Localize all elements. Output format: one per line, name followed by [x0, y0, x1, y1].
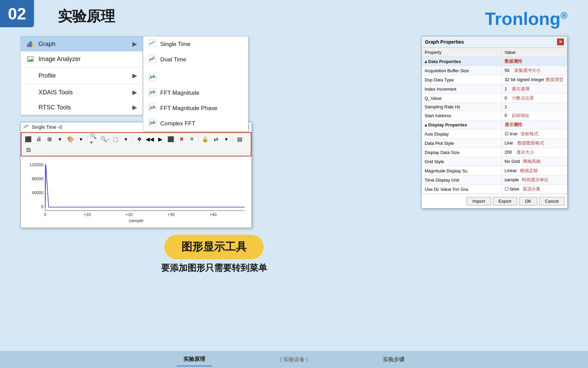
- menu-item-image-analyzer[interactable]: Image Analyzer: [21, 51, 143, 66]
- props-footer: Import Export OK Cancel: [422, 194, 567, 208]
- menu-container: Graph ▶ Image Analyzer: [20, 36, 408, 115]
- submenu: Single Time Dual Time: [143, 36, 248, 132]
- submenu-item-single-time[interactable]: Single Time: [143, 36, 248, 52]
- toolbar-btn-color[interactable]: 🎨: [66, 134, 75, 144]
- submenu-item-fft-magnitude-phase[interactable]: FFT Magnitude: [143, 85, 248, 101]
- svg-text:+40: +40: [210, 212, 217, 217]
- toolbar-btn-dropdown-2[interactable]: ▾: [76, 134, 86, 144]
- row-data-plot-style: Data Plot Style Line 数据图形格式: [422, 139, 567, 148]
- fft-magnitude-phase-icon: [149, 88, 156, 97]
- arrow-icon-profile: ▶: [132, 72, 137, 79]
- graph-window: Single Time -0 ✕ _ □ ⬛ 🖨 ⊞ ▾ 🎨 ▾ 🔍+ 🔍- ⬚: [20, 122, 252, 228]
- toolbar-btn-prev[interactable]: ◀◀: [145, 134, 154, 144]
- page-title: 实验原理: [58, 7, 115, 26]
- row-start-address: Start Address 0 起始地址: [422, 111, 567, 120]
- fft-waterfall-icon: [149, 119, 156, 128]
- menu-item-rtsc[interactable]: RTSC Tools ▶: [21, 100, 143, 115]
- toolbar-btn-zoom-in[interactable]: 🔍+: [89, 134, 99, 144]
- toolbar-btn-1[interactable]: ⬛: [23, 134, 33, 144]
- section-data-properties: ▴ Data Properties 数据属性: [422, 57, 567, 66]
- props-close-button[interactable]: ✕: [557, 39, 564, 45]
- toolbar-btn-dropdown-1[interactable]: ▾: [55, 134, 65, 144]
- arrow-icon-xdais: ▶: [132, 89, 137, 96]
- submenu-label-single-time: Single Time: [160, 41, 191, 48]
- toolbar-btn-3[interactable]: ⊞: [45, 134, 54, 144]
- submenu-item-fft-waterfall[interactable]: Complex FFT: [143, 116, 248, 131]
- menu-item-graph[interactable]: Graph ▶: [21, 36, 143, 51]
- header: 02 实验原理 Tronlong®: [0, 0, 588, 33]
- subtitle: 要添加图形只需要转到菜单: [161, 262, 267, 274]
- export-button[interactable]: Export: [493, 197, 517, 205]
- menu-label-image-analyzer: Image Analyzer: [38, 56, 81, 63]
- toolbar-btn-lock[interactable]: 🔒: [200, 134, 210, 144]
- toolbar-btn-props[interactable]: ▤: [235, 134, 244, 144]
- col-value: Value: [502, 48, 567, 57]
- toolbar-btn-axis[interactable]: ⇄: [211, 134, 220, 144]
- menu-item-profile[interactable]: Profile ▶: [21, 68, 143, 83]
- toolbar-sep-3: [198, 135, 199, 143]
- toolbar-btn-pan[interactable]: ✥: [134, 134, 144, 144]
- nav-item-lab-steps[interactable]: 实验步骤: [376, 353, 411, 366]
- section-display-properties: ▴ Display Properties 显示属性: [422, 120, 567, 129]
- svg-text:0: 0: [41, 204, 44, 209]
- row-sampling-rate: Sampling Rate Hz 1: [422, 103, 567, 111]
- graph-toolbar: ⬛ 🖨 ⊞ ▾ 🎨 ▾ 🔍+ 🔍- ⬚ ▾ ✥ ◀◀ ▶ ⬛ ✖ ≡ 🔒: [21, 132, 251, 156]
- svg-rect-3: [32, 43, 33, 47]
- graph-icon-small: [23, 124, 29, 131]
- row-q-value: Q_Value 0 小数点位置: [422, 94, 567, 103]
- toolbar-btn-play[interactable]: ▶: [156, 134, 165, 144]
- bottom-nav: 实验原理 | 实验设备 | 实验步骤: [0, 351, 588, 368]
- left-menu: Graph ▶ Image Analyzer: [20, 36, 143, 115]
- submenu-item-fft-magnitude[interactable]: [143, 70, 248, 85]
- import-button[interactable]: Import: [467, 197, 491, 205]
- svg-text:120000: 120000: [29, 163, 43, 167]
- menu-label-profile: Profile: [38, 72, 56, 79]
- image-analyzer-icon: [26, 55, 34, 63]
- chart-area: 120000 80000 40000 0 0 +10 +20 +30 +40 s…: [21, 156, 251, 228]
- xdais-icon-placeholder: [26, 88, 34, 96]
- toolbar-btn-dropdown-3[interactable]: ▾: [121, 134, 131, 144]
- row-index-increment: Index Increment 1 索引递增: [422, 85, 567, 94]
- col-property: Property: [422, 48, 502, 57]
- chart-svg: 120000 80000 40000 0 0 +10 +20 +30 +40 s…: [24, 160, 248, 223]
- row-magnitude-display: Magnitude Display Sc. Linear 幅值定标: [422, 166, 567, 175]
- single-time-icon: [149, 40, 156, 49]
- toolbar-btn-zoom-box[interactable]: ⬚: [111, 134, 120, 144]
- toolbar-btn-delete[interactable]: ✖: [177, 134, 186, 144]
- toolbar-btn-dropdown-4[interactable]: ▾: [222, 134, 231, 144]
- svg-marker-6: [27, 58, 33, 61]
- rtsc-icon-placeholder: [26, 103, 34, 111]
- nav-divider: | 实验设备 |: [280, 356, 308, 363]
- toolbar-btn-2[interactable]: 🖨: [34, 134, 44, 144]
- svg-text:80000: 80000: [32, 177, 43, 181]
- nav-item-lab-principle[interactable]: 实验原理: [177, 353, 212, 366]
- dual-time-icon: [149, 55, 156, 64]
- toolbar-sep-4: [233, 135, 233, 143]
- row-display-data-size: Display Data Size 200 显示大小: [422, 148, 567, 157]
- svg-rect-0: [27, 44, 28, 47]
- arrow-icon-graph: ▶: [132, 40, 137, 48]
- graph-icon: [26, 40, 34, 48]
- cancel-button[interactable]: Cancel: [539, 197, 565, 205]
- arrow-icon-rtsc: ▶: [132, 104, 137, 111]
- svg-text:+30: +30: [167, 212, 175, 217]
- toolbar-btn-zoom-out[interactable]: 🔍-: [100, 134, 110, 144]
- svg-point-5: [28, 58, 30, 59]
- menu-label-graph: Graph: [38, 41, 55, 48]
- toolbar-btn-list[interactable]: ≡: [187, 134, 197, 144]
- brand-logo: Tronlong®: [485, 9, 568, 29]
- toolbar-btn-stop[interactable]: ⬛: [166, 134, 176, 144]
- props-titlebar: Graph Properties ✕: [422, 36, 567, 48]
- ok-button[interactable]: OK: [519, 197, 537, 205]
- section-number: 02: [0, 0, 34, 27]
- menu-label-rtsc: RTSC Tools: [38, 104, 71, 111]
- submenu-item-complex-fft[interactable]: FFT Magnitude Phase: [143, 101, 248, 116]
- fft-magnitude-icon: [149, 73, 156, 82]
- submenu-label-complex-fft: FFT Magnitude Phase: [160, 105, 217, 112]
- submenu-item-dual-time[interactable]: Dual Time: [143, 52, 248, 67]
- toolbar-btn-table[interactable]: ⊟: [23, 145, 33, 154]
- menu-item-xdais[interactable]: XDAIS Tools ▶: [21, 85, 143, 100]
- toolbar-sep-2: [132, 135, 133, 143]
- row-use-dc-value: Use Dc Value For Gra. ☐ false 直流分量: [422, 185, 567, 194]
- submenu-label-fft-magnitude-phase: FFT Magnitude: [160, 90, 199, 96]
